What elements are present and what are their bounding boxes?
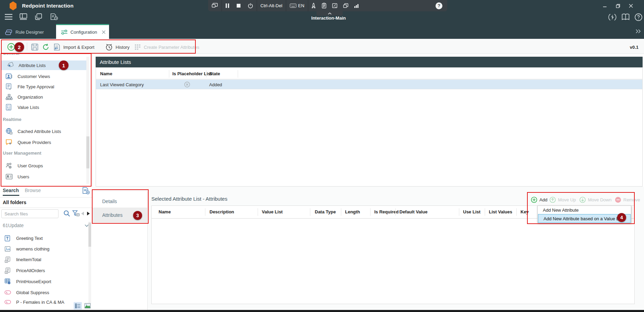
sidebar-item-value-lists[interactable]: Value Lists: [0, 102, 86, 112]
column-header[interactable]: Name: [159, 209, 171, 214]
search-files-input[interactable]: [2, 211, 66, 216]
pages-button[interactable]: [34, 13, 43, 21]
file-item-printhouseexport[interactable]: PrintHouseExport: [0, 277, 86, 286]
sidebar-item-users[interactable]: Users: [0, 172, 86, 181]
power-icon[interactable]: [244, 0, 257, 11]
annotation-badge-3: 3: [133, 211, 142, 220]
file-item-priceallorders[interactable]: PriceAllOrders: [0, 266, 86, 275]
import-export-icon: [53, 43, 61, 51]
documentation-button[interactable]: [621, 13, 630, 21]
menu-item-add-new-attribute[interactable]: Add New Attribute: [538, 206, 631, 214]
column-header[interactable]: Use List: [463, 209, 481, 214]
import-export-button[interactable]: Import & Export: [53, 42, 94, 52]
add-button[interactable]: Add: [531, 196, 547, 204]
sidebar-item-cached-attribute-lists[interactable]: Cached Attribute Lists: [0, 126, 86, 136]
file-item-p-females[interactable]: P - Females in CA & MA: [0, 298, 86, 307]
cell-name: Last Viewed Category: [100, 82, 144, 87]
move-up-button[interactable]: Move Up: [549, 196, 576, 204]
tab-browse[interactable]: Browse: [25, 188, 41, 193]
sidebar-item-user-groups[interactable]: User Groups: [0, 161, 86, 170]
add-attribute-list-button[interactable]: [7, 43, 15, 51]
sidebar-item-organization[interactable]: Organization: [0, 92, 86, 102]
queue-chat-icon: [6, 139, 13, 146]
document-clock-icon: [50, 13, 58, 21]
layout-button[interactable]: [19, 13, 28, 21]
tab-attributes-label: Attributes: [102, 212, 122, 218]
file-item-lineitemtotal[interactable]: lineItemTotal: [0, 255, 86, 264]
move-down-label: Move Down: [588, 197, 612, 202]
help-docs-button[interactable]: [634, 13, 643, 21]
nav-scrollbar-thumb[interactable]: [86, 136, 89, 168]
api-status-button[interactable]: [608, 13, 616, 21]
tab-configuration[interactable]: Configuration: [56, 24, 109, 39]
folder-group-label[interactable]: 61Update: [3, 223, 24, 228]
sidebar-item-queue-providers[interactable]: Queue Providers: [0, 137, 86, 147]
run-search-button[interactable]: [63, 210, 71, 217]
move-up-label: Move Up: [558, 197, 576, 202]
document-history-button[interactable]: [50, 13, 58, 21]
stop-icon[interactable]: [233, 0, 244, 11]
image-view-button[interactable]: [83, 302, 92, 310]
config-nav-panel: General Attribute Lists Customer Views F…: [0, 54, 92, 187]
not-placeholder-icon: [184, 81, 190, 88]
files-scrollbar-thumb[interactable]: [88, 223, 91, 247]
tab-rule-designer[interactable]: Rule Designer: [5, 25, 44, 39]
sidebar-item-attribute-lists[interactable]: Attribute Lists: [1, 60, 87, 70]
filter-button[interactable]: [72, 210, 80, 217]
file-item-global-suppress[interactable]: Global Suppress: [0, 288, 86, 297]
pause-icon[interactable]: [222, 0, 233, 11]
config-toolbar: [0, 39, 644, 54]
page-next-button[interactable]: [86, 211, 90, 216]
restore-button[interactable]: [613, 1, 623, 10]
column-header[interactable]: Length: [345, 209, 360, 214]
expand-tabs-button[interactable]: [635, 29, 641, 34]
column-header[interactable]: Default Value: [399, 209, 428, 214]
column-header[interactable]: List Values: [489, 209, 512, 214]
menu-item-add-new-attribute-value-list[interactable]: Add New Attribute based on a Value List: [538, 214, 630, 223]
bar-chart-icon[interactable]: [351, 0, 362, 11]
close-button[interactable]: [626, 1, 636, 10]
monitor-icon[interactable]: [208, 0, 222, 11]
list-view-button[interactable]: [74, 302, 82, 310]
sidebar-item-file-type-approval[interactable]: File Type Approval: [0, 82, 86, 91]
new-document-button[interactable]: [82, 187, 90, 194]
tools-icon[interactable]: [308, 0, 319, 11]
file-item-womens-clothing[interactable]: womens clothing: [0, 244, 86, 253]
move-down-button[interactable]: Move Down: [579, 196, 612, 204]
keyboard-language-button[interactable]: EN: [286, 0, 308, 11]
help-button[interactable]: ?: [432, 0, 447, 11]
minimize-button[interactable]: [600, 1, 610, 10]
help-icon: ?: [436, 2, 442, 9]
add-dropdown-menu: Add New Attribute Add New Attribute base…: [537, 205, 631, 223]
refresh-button[interactable]: [42, 43, 50, 51]
tab-search[interactable]: Search: [3, 188, 19, 193]
edit-screen-icon[interactable]: [329, 0, 340, 11]
column-header[interactable]: Description: [210, 209, 234, 214]
column-header[interactable]: Value List: [262, 209, 283, 214]
history-button[interactable]: History: [105, 42, 129, 52]
org-chart-icon: [6, 94, 13, 100]
file-item-greeting-text[interactable]: Greeting Text: [0, 234, 86, 243]
remove-button[interactable]: Remove: [615, 196, 640, 204]
page-previous-button[interactable]: [80, 211, 85, 216]
close-tab-icon[interactable]: [102, 30, 106, 34]
column-header[interactable]: State: [209, 71, 220, 76]
create-parameter-attributes-button[interactable]: Create Parameter Attributes: [134, 42, 199, 52]
customer-views-icon: [6, 73, 13, 80]
file-approval-icon: [6, 83, 13, 90]
windows-icon[interactable]: [340, 0, 351, 11]
ctrl-alt-del-button[interactable]: Ctrl-Alt-Del: [257, 0, 286, 11]
hamburger-menu-button[interactable]: [4, 13, 13, 20]
layout-icon: [19, 13, 28, 21]
save-button[interactable]: [31, 43, 39, 51]
table-row-last-viewed-category[interactable]: Last Viewed Category Added: [96, 80, 642, 89]
column-header[interactable]: Key: [520, 209, 529, 214]
tab-details[interactable]: Details: [93, 195, 147, 208]
help-circle-icon: [634, 13, 643, 21]
sidebar-item-customer-views[interactable]: Customer Views: [0, 71, 86, 81]
sidebar-item-label: Value Lists: [18, 105, 39, 110]
column-header[interactable]: Name: [100, 71, 112, 76]
column-header[interactable]: Data Type: [315, 209, 336, 214]
search-files-box[interactable]: [1, 209, 58, 218]
clipboard-icon[interactable]: [319, 0, 329, 11]
